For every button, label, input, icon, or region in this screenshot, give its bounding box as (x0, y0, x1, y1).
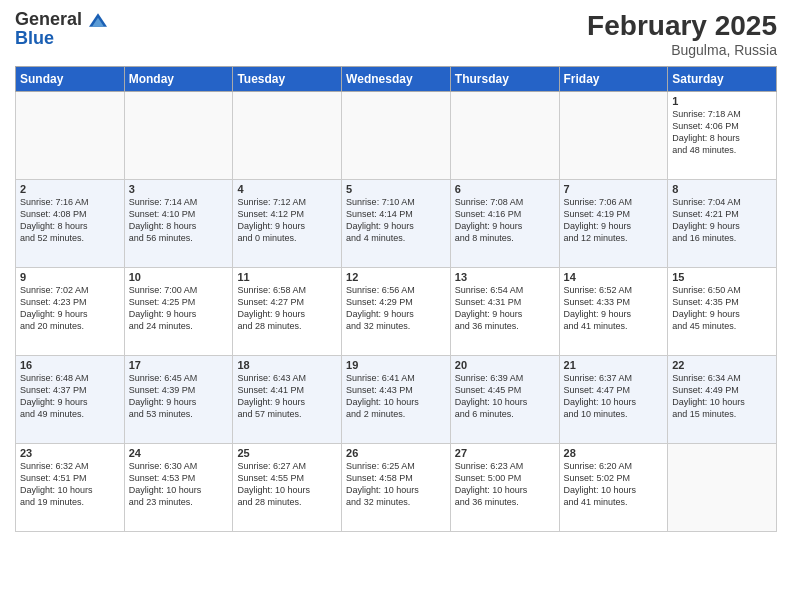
day-info: Sunrise: 6:58 AM Sunset: 4:27 PM Dayligh… (237, 284, 337, 333)
calendar-cell: 1Sunrise: 7:18 AM Sunset: 4:06 PM Daylig… (668, 92, 777, 180)
logo-block: General Blue (15, 10, 107, 49)
calendar-cell: 14Sunrise: 6:52 AM Sunset: 4:33 PM Dayli… (559, 268, 668, 356)
logo-text: General (15, 10, 107, 30)
calendar-week-row: 2Sunrise: 7:16 AM Sunset: 4:08 PM Daylig… (16, 180, 777, 268)
day-number: 6 (455, 183, 555, 195)
day-info: Sunrise: 6:34 AM Sunset: 4:49 PM Dayligh… (672, 372, 772, 421)
day-info: Sunrise: 6:50 AM Sunset: 4:35 PM Dayligh… (672, 284, 772, 333)
day-info: Sunrise: 7:12 AM Sunset: 4:12 PM Dayligh… (237, 196, 337, 245)
day-number: 16 (20, 359, 120, 371)
day-number: 8 (672, 183, 772, 195)
day-number: 1 (672, 95, 772, 107)
calendar-cell: 22Sunrise: 6:34 AM Sunset: 4:49 PM Dayli… (668, 356, 777, 444)
calendar-week-row: 23Sunrise: 6:32 AM Sunset: 4:51 PM Dayli… (16, 444, 777, 532)
day-info: Sunrise: 6:48 AM Sunset: 4:37 PM Dayligh… (20, 372, 120, 421)
day-info: Sunrise: 7:16 AM Sunset: 4:08 PM Dayligh… (20, 196, 120, 245)
calendar-cell: 11Sunrise: 6:58 AM Sunset: 4:27 PM Dayli… (233, 268, 342, 356)
day-info: Sunrise: 6:52 AM Sunset: 4:33 PM Dayligh… (564, 284, 664, 333)
calendar-cell: 2Sunrise: 7:16 AM Sunset: 4:08 PM Daylig… (16, 180, 125, 268)
day-number: 2 (20, 183, 120, 195)
day-info: Sunrise: 7:18 AM Sunset: 4:06 PM Dayligh… (672, 108, 772, 157)
day-info: Sunrise: 7:08 AM Sunset: 4:16 PM Dayligh… (455, 196, 555, 245)
day-number: 14 (564, 271, 664, 283)
day-number: 5 (346, 183, 446, 195)
day-info: Sunrise: 6:20 AM Sunset: 5:02 PM Dayligh… (564, 460, 664, 509)
calendar-cell: 13Sunrise: 6:54 AM Sunset: 4:31 PM Dayli… (450, 268, 559, 356)
day-info: Sunrise: 6:39 AM Sunset: 4:45 PM Dayligh… (455, 372, 555, 421)
day-number: 19 (346, 359, 446, 371)
calendar-cell: 15Sunrise: 6:50 AM Sunset: 4:35 PM Dayli… (668, 268, 777, 356)
day-number: 7 (564, 183, 664, 195)
day-number: 18 (237, 359, 337, 371)
day-number: 15 (672, 271, 772, 283)
calendar-cell (450, 92, 559, 180)
logo-icon (89, 13, 107, 27)
calendar-cell: 6Sunrise: 7:08 AM Sunset: 4:16 PM Daylig… (450, 180, 559, 268)
calendar-cell: 26Sunrise: 6:25 AM Sunset: 4:58 PM Dayli… (342, 444, 451, 532)
calendar-cell: 7Sunrise: 7:06 AM Sunset: 4:19 PM Daylig… (559, 180, 668, 268)
day-info: Sunrise: 7:06 AM Sunset: 4:19 PM Dayligh… (564, 196, 664, 245)
day-number: 11 (237, 271, 337, 283)
day-info: Sunrise: 6:45 AM Sunset: 4:39 PM Dayligh… (129, 372, 229, 421)
day-number: 3 (129, 183, 229, 195)
day-info: Sunrise: 6:37 AM Sunset: 4:47 PM Dayligh… (564, 372, 664, 421)
col-friday: Friday (559, 67, 668, 92)
calendar-cell: 24Sunrise: 6:30 AM Sunset: 4:53 PM Dayli… (124, 444, 233, 532)
calendar-cell: 21Sunrise: 6:37 AM Sunset: 4:47 PM Dayli… (559, 356, 668, 444)
calendar-cell: 25Sunrise: 6:27 AM Sunset: 4:55 PM Dayli… (233, 444, 342, 532)
day-info: Sunrise: 7:02 AM Sunset: 4:23 PM Dayligh… (20, 284, 120, 333)
col-saturday: Saturday (668, 67, 777, 92)
calendar-cell: 3Sunrise: 7:14 AM Sunset: 4:10 PM Daylig… (124, 180, 233, 268)
col-wednesday: Wednesday (342, 67, 451, 92)
calendar-cell: 12Sunrise: 6:56 AM Sunset: 4:29 PM Dayli… (342, 268, 451, 356)
day-info: Sunrise: 6:27 AM Sunset: 4:55 PM Dayligh… (237, 460, 337, 509)
day-number: 26 (346, 447, 446, 459)
day-info: Sunrise: 7:00 AM Sunset: 4:25 PM Dayligh… (129, 284, 229, 333)
day-info: Sunrise: 6:43 AM Sunset: 4:41 PM Dayligh… (237, 372, 337, 421)
day-number: 9 (20, 271, 120, 283)
calendar-header-row: Sunday Monday Tuesday Wednesday Thursday… (16, 67, 777, 92)
calendar-cell: 28Sunrise: 6:20 AM Sunset: 5:02 PM Dayli… (559, 444, 668, 532)
calendar-cell (668, 444, 777, 532)
day-info: Sunrise: 6:30 AM Sunset: 4:53 PM Dayligh… (129, 460, 229, 509)
day-info: Sunrise: 6:56 AM Sunset: 4:29 PM Dayligh… (346, 284, 446, 333)
day-number: 10 (129, 271, 229, 283)
day-number: 27 (455, 447, 555, 459)
calendar-week-row: 9Sunrise: 7:02 AM Sunset: 4:23 PM Daylig… (16, 268, 777, 356)
logo: General Blue (15, 10, 107, 49)
page-container: General Blue February 2025 Bugulma, Russ… (0, 0, 792, 542)
day-info: Sunrise: 6:41 AM Sunset: 4:43 PM Dayligh… (346, 372, 446, 421)
calendar-week-row: 16Sunrise: 6:48 AM Sunset: 4:37 PM Dayli… (16, 356, 777, 444)
calendar-cell: 19Sunrise: 6:41 AM Sunset: 4:43 PM Dayli… (342, 356, 451, 444)
calendar-cell: 16Sunrise: 6:48 AM Sunset: 4:37 PM Dayli… (16, 356, 125, 444)
day-number: 17 (129, 359, 229, 371)
col-thursday: Thursday (450, 67, 559, 92)
day-info: Sunrise: 7:04 AM Sunset: 4:21 PM Dayligh… (672, 196, 772, 245)
day-number: 21 (564, 359, 664, 371)
calendar-cell: 23Sunrise: 6:32 AM Sunset: 4:51 PM Dayli… (16, 444, 125, 532)
day-number: 23 (20, 447, 120, 459)
calendar-cell: 5Sunrise: 7:10 AM Sunset: 4:14 PM Daylig… (342, 180, 451, 268)
calendar-cell: 20Sunrise: 6:39 AM Sunset: 4:45 PM Dayli… (450, 356, 559, 444)
day-info: Sunrise: 6:32 AM Sunset: 4:51 PM Dayligh… (20, 460, 120, 509)
day-number: 13 (455, 271, 555, 283)
calendar-cell (16, 92, 125, 180)
calendar-cell (342, 92, 451, 180)
calendar-cell: 18Sunrise: 6:43 AM Sunset: 4:41 PM Dayli… (233, 356, 342, 444)
logo-blue: Blue (15, 28, 107, 49)
calendar-cell: 27Sunrise: 6:23 AM Sunset: 5:00 PM Dayli… (450, 444, 559, 532)
day-info: Sunrise: 7:10 AM Sunset: 4:14 PM Dayligh… (346, 196, 446, 245)
day-info: Sunrise: 6:54 AM Sunset: 4:31 PM Dayligh… (455, 284, 555, 333)
calendar-cell (559, 92, 668, 180)
day-info: Sunrise: 7:14 AM Sunset: 4:10 PM Dayligh… (129, 196, 229, 245)
day-number: 24 (129, 447, 229, 459)
month-title: February 2025 (587, 10, 777, 42)
calendar-cell: 17Sunrise: 6:45 AM Sunset: 4:39 PM Dayli… (124, 356, 233, 444)
day-number: 28 (564, 447, 664, 459)
calendar-week-row: 1Sunrise: 7:18 AM Sunset: 4:06 PM Daylig… (16, 92, 777, 180)
calendar-cell: 10Sunrise: 7:00 AM Sunset: 4:25 PM Dayli… (124, 268, 233, 356)
day-info: Sunrise: 6:25 AM Sunset: 4:58 PM Dayligh… (346, 460, 446, 509)
col-monday: Monday (124, 67, 233, 92)
calendar-cell (124, 92, 233, 180)
calendar-cell: 8Sunrise: 7:04 AM Sunset: 4:21 PM Daylig… (668, 180, 777, 268)
